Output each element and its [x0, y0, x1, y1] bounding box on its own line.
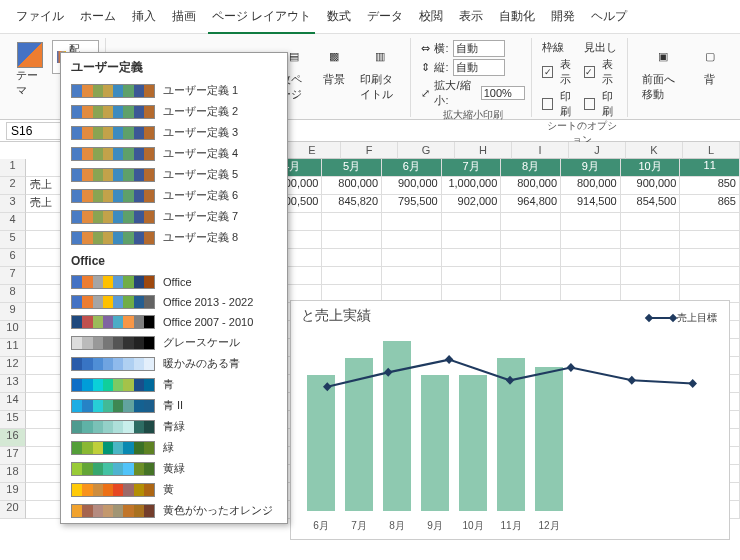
row-header-7[interactable]: 7 [0, 267, 26, 285]
menu-校閲[interactable]: 校閲 [411, 4, 451, 29]
row-header-12[interactable]: 12 [0, 357, 26, 375]
user-color-item[interactable]: ユーザー定義 8 [61, 227, 287, 248]
row-header-18[interactable]: 18 [0, 465, 26, 483]
col-header-H[interactable]: H [455, 142, 512, 159]
row-header-9[interactable]: 9 [0, 303, 26, 321]
col-header-I[interactable]: I [512, 142, 569, 159]
menu-自動化[interactable]: 自動化 [491, 4, 543, 29]
menu-ヘルプ[interactable]: ヘルプ [583, 4, 635, 29]
svg-rect-2 [445, 355, 454, 364]
office-color-item[interactable]: 黄緑 [61, 458, 287, 479]
cell[interactable]: 902,000 [442, 195, 502, 213]
office-color-item[interactable]: Office 2013 - 2022 [61, 292, 287, 312]
menu-開発[interactable]: 開発 [543, 4, 583, 29]
cell[interactable]: 1,000,000 [442, 177, 502, 195]
office-color-item[interactable]: Office [61, 272, 287, 292]
office-color-item[interactable]: 青 [61, 374, 287, 395]
office-color-item[interactable]: 青 II [61, 395, 287, 416]
menu-挿入[interactable]: 挿入 [124, 4, 164, 29]
office-color-item[interactable]: 黄色がかったオレンジ [61, 500, 287, 521]
office-color-item[interactable]: オレンジ [61, 521, 287, 523]
send-back-button[interactable]: ▢背 [692, 40, 728, 89]
user-color-item[interactable]: ユーザー定義 5 [61, 164, 287, 185]
scale-input[interactable]: 100% [481, 86, 526, 100]
row-header-1[interactable]: 1 [0, 159, 26, 177]
menu-描画[interactable]: 描画 [164, 4, 204, 29]
user-color-item[interactable]: ユーザー定義 2 [61, 101, 287, 122]
cell[interactable]: 8月 [501, 159, 561, 177]
row-header-8[interactable]: 8 [0, 285, 26, 303]
col-header-E[interactable]: E [284, 142, 341, 159]
user-color-item[interactable]: ユーザー定義 3 [61, 122, 287, 143]
cell[interactable]: 845,820 [322, 195, 382, 213]
row-header-11[interactable]: 11 [0, 339, 26, 357]
color-swatch-strip [71, 462, 155, 476]
print-titles-button[interactable]: ▥印刷タイトル [356, 40, 404, 104]
row-header-2[interactable]: 2 [0, 177, 26, 195]
row-header-5[interactable]: 5 [0, 231, 26, 249]
col-header-J[interactable]: J [569, 142, 626, 159]
row-header-15[interactable]: 15 [0, 411, 26, 429]
color-swatch-strip [71, 275, 155, 289]
col-header-L[interactable]: L [683, 142, 740, 159]
menu-表示[interactable]: 表示 [451, 4, 491, 29]
office-color-item[interactable]: Office 2007 - 2010 [61, 312, 287, 332]
user-color-item[interactable]: ユーザー定義 6 [61, 185, 287, 206]
cell[interactable]: 800,000 [322, 177, 382, 195]
cell[interactable]: 5月 [322, 159, 382, 177]
office-color-item[interactable]: 緑 [61, 437, 287, 458]
embedded-chart[interactable]: と売上実績 売上目標 6月7月8月9月10月11月12月 [290, 300, 730, 540]
row-header-19[interactable]: 19 [0, 483, 26, 501]
office-color-item[interactable]: 青緑 [61, 416, 287, 437]
row-header-10[interactable]: 10 [0, 321, 26, 339]
headings-print-checkbox[interactable] [584, 98, 595, 110]
menu-データ[interactable]: データ [359, 4, 411, 29]
menu-ホーム[interactable]: ホーム [72, 4, 124, 29]
height-select[interactable]: 自動 [453, 59, 505, 76]
headings-view-checkbox[interactable]: ✓ [584, 66, 595, 78]
row-header-3[interactable]: 3 [0, 195, 26, 213]
col-header-F[interactable]: F [341, 142, 398, 159]
cell[interactable]: 6月 [382, 159, 442, 177]
user-color-item[interactable]: ユーザー定義 7 [61, 206, 287, 227]
row-header-20[interactable]: 20 [0, 501, 26, 519]
cell[interactable]: 800,000 [501, 177, 561, 195]
row-header-4[interactable]: 4 [0, 213, 26, 231]
col-header-G[interactable]: G [398, 142, 455, 159]
row-header-14[interactable]: 14 [0, 393, 26, 411]
cell[interactable]: 900,000 [621, 177, 681, 195]
cell[interactable]: 795,500 [382, 195, 442, 213]
row-header-13[interactable]: 13 [0, 375, 26, 393]
menu-ページ レイアウト[interactable]: ページ レイアウト [204, 4, 319, 29]
cell[interactable]: 9月 [561, 159, 621, 177]
cell[interactable]: 7月 [442, 159, 502, 177]
menu-数式[interactable]: 数式 [319, 4, 359, 29]
office-color-item[interactable]: 黄 [61, 479, 287, 500]
cell[interactable]: 865 [680, 195, 740, 213]
width-select[interactable]: 自動 [453, 40, 505, 57]
menu-ファイル[interactable]: ファイル [8, 4, 72, 29]
office-color-item[interactable]: 暖かみのある青 [61, 353, 287, 374]
office-color-item[interactable]: グレースケール [61, 332, 287, 353]
gridlines-print-checkbox[interactable] [542, 98, 553, 110]
color-swatch-strip [71, 357, 155, 371]
row-header-6[interactable]: 6 [0, 249, 26, 267]
background-button[interactable]: ▩背景 [316, 40, 352, 89]
cell[interactable]: 800,000 [561, 177, 621, 195]
row-header-17[interactable]: 17 [0, 447, 26, 465]
gridlines-view-checkbox[interactable]: ✓ [542, 66, 553, 78]
cell[interactable]: 854,500 [621, 195, 681, 213]
themes-button[interactable]: テーマ [12, 40, 48, 100]
col-header-K[interactable]: K [626, 142, 683, 159]
cell[interactable]: 10月 [621, 159, 681, 177]
cell[interactable]: 964,800 [501, 195, 561, 213]
cell[interactable]: 914,500 [561, 195, 621, 213]
user-color-item[interactable]: ユーザー定義 1 [61, 80, 287, 101]
user-color-item[interactable]: ユーザー定義 4 [61, 143, 287, 164]
cell[interactable]: 850 [680, 177, 740, 195]
row-header-16[interactable]: 16 [0, 429, 26, 447]
color-scheme-label: 青 II [163, 398, 277, 413]
bring-forward-button[interactable]: ▣前面へ移動 [638, 40, 688, 104]
cell[interactable]: 900,000 [382, 177, 442, 195]
cell[interactable]: 11 [680, 159, 740, 177]
